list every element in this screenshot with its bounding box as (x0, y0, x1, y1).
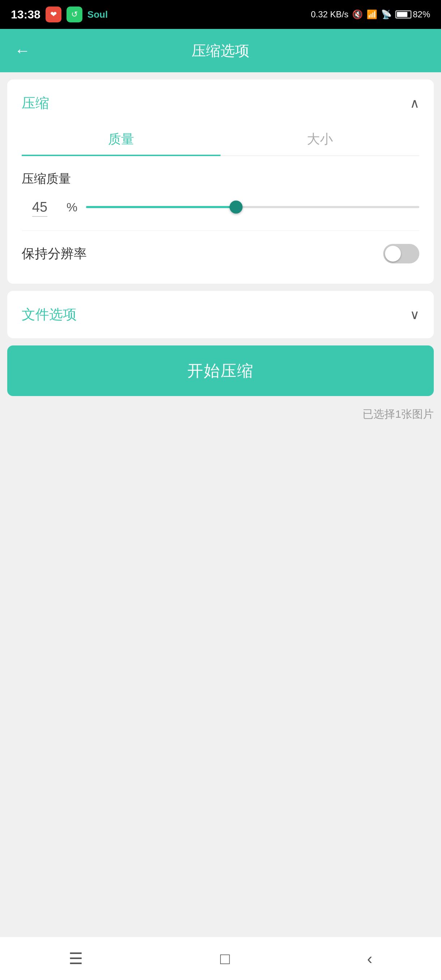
mute-icon: 🔇 (352, 10, 363, 19)
battery-indicator: 82% (395, 10, 430, 19)
resolution-label: 保持分辨率 (22, 245, 87, 263)
file-section-header[interactable]: 文件选项 ∨ (22, 305, 419, 324)
divider-1 (22, 231, 419, 231)
start-compress-button[interactable]: 开始压缩 (7, 345, 434, 396)
resolution-toggle-row: 保持分辨率 (22, 238, 419, 269)
nav-back-icon[interactable]: ‹ (367, 950, 372, 968)
compression-card: 压缩 ∧ 质量 大小 压缩质量 45 % (7, 80, 434, 284)
back-button[interactable]: ← (14, 41, 30, 60)
file-options-card: 文件选项 ∨ (7, 291, 434, 338)
slider-wrapper[interactable] (86, 198, 419, 216)
slider-value-box: 45 (22, 199, 58, 215)
app-icon-dropbox: ❤ (46, 6, 62, 22)
status-bar: 13:38 ❤ ↺ Soul 0.32 KB/s 🔇 📶 📡 82% (0, 0, 441, 29)
file-section-chevron-down-icon: ∨ (410, 307, 419, 322)
signal-icon: 📶 (366, 10, 377, 19)
content-area: 压缩 ∧ 质量 大小 压缩质量 45 % (0, 72, 441, 937)
nav-menu-icon[interactable]: ☰ (68, 949, 83, 968)
status-right: 0.32 KB/s 🔇 📶 📡 82% (311, 10, 430, 19)
compression-tabs: 质量 大小 (22, 123, 419, 156)
tab-quality[interactable]: 质量 (22, 123, 221, 155)
slider-unit: % (67, 200, 77, 214)
net-speed: 0.32 KB/s (311, 10, 349, 19)
nav-home-icon[interactable]: □ (220, 950, 230, 968)
slider-value: 45 (32, 199, 47, 217)
battery-text: 82% (413, 10, 430, 19)
wifi-icon: 📡 (381, 10, 392, 19)
selected-info: 已选择1张图片 (7, 407, 434, 422)
status-time: 13:38 (11, 8, 40, 21)
status-left: 13:38 ❤ ↺ Soul (11, 6, 108, 22)
compression-section-header[interactable]: 压缩 ∧ (22, 94, 419, 112)
nav-bar: ☰ □ ‹ (0, 937, 441, 980)
compression-title: 压缩 (22, 94, 49, 112)
page-title: 压缩选项 (192, 41, 250, 61)
app-icon-refresh: ↺ (67, 6, 83, 22)
compression-chevron-up-icon: ∧ (410, 96, 419, 111)
tab-size[interactable]: 大小 (221, 123, 419, 155)
quality-label: 压缩质量 (22, 170, 419, 187)
file-section-title: 文件选项 (22, 305, 76, 324)
toolbar: ← 压缩选项 (0, 29, 441, 72)
app-icon-soul: Soul (88, 9, 108, 20)
resolution-toggle[interactable] (383, 244, 419, 263)
quality-slider-row: 45 % (22, 198, 419, 216)
toggle-knob (385, 246, 401, 262)
